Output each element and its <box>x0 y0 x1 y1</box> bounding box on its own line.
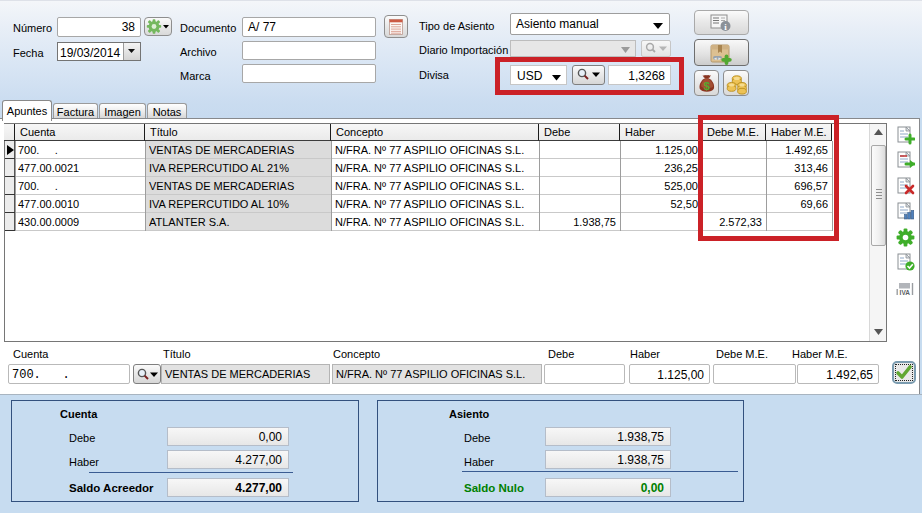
svg-text:$: $ <box>703 80 710 92</box>
svg-text:IVA: IVA <box>900 289 911 296</box>
svg-text:◄►: ◄► <box>713 56 722 61</box>
